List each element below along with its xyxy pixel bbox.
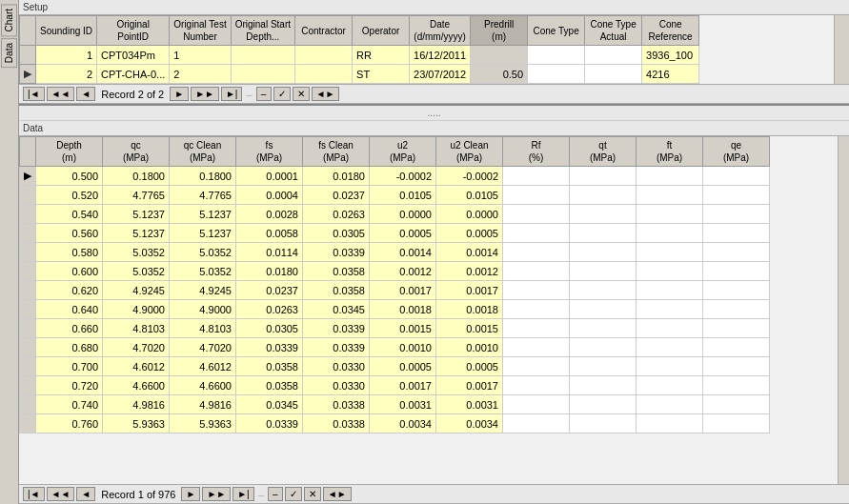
data-cell[interactable]: 4.7765 xyxy=(170,186,236,205)
data-cell[interactable] xyxy=(503,186,570,205)
data-nav-close[interactable]: ✕ xyxy=(304,487,321,501)
data-cell[interactable] xyxy=(503,281,570,300)
data-cell[interactable]: -0.0002 xyxy=(436,167,503,186)
setup-start-depth-2[interactable] xyxy=(231,65,294,84)
setup-operator-1[interactable]: RR xyxy=(353,46,410,65)
data-cell[interactable] xyxy=(503,300,570,319)
data-cell[interactable]: -0.0002 xyxy=(370,167,436,186)
data-cell[interactable] xyxy=(503,376,570,395)
data-cell[interactable]: 0.0005 xyxy=(436,357,503,376)
setup-cone-type-1[interactable] xyxy=(528,46,585,65)
data-tab[interactable]: Data xyxy=(1,38,17,68)
data-cell[interactable] xyxy=(637,319,703,338)
data-cell[interactable] xyxy=(637,300,703,319)
data-cell[interactable] xyxy=(637,205,703,224)
data-cell[interactable]: 0.0345 xyxy=(303,300,370,319)
setup-nav-arrows[interactable]: ◄► xyxy=(312,87,340,101)
setup-nav-minus[interactable]: – xyxy=(256,87,272,101)
data-cell[interactable]: 5.1237 xyxy=(170,205,236,224)
data-cell[interactable]: 5.0352 xyxy=(170,262,236,281)
setup-nav-last[interactable]: ►| xyxy=(221,87,243,101)
data-nav-next[interactable]: ► xyxy=(181,487,200,501)
data-nav-arrows[interactable]: ◄► xyxy=(323,487,352,501)
data-cell[interactable]: 0.540 xyxy=(36,205,103,224)
data-cell[interactable]: 0.0358 xyxy=(303,281,370,300)
data-cell[interactable]: 0.0339 xyxy=(236,414,303,433)
setup-test-num-1[interactable]: 1 xyxy=(170,46,231,65)
data-cell[interactable]: 4.6012 xyxy=(170,357,236,376)
data-cell[interactable] xyxy=(703,243,770,262)
setup-point-id-2[interactable]: CPT-CHA-0... xyxy=(97,65,170,84)
data-cell[interactable] xyxy=(570,224,637,243)
data-cell[interactable]: 0.0012 xyxy=(370,262,436,281)
setup-predrill-2[interactable]: 0.50 xyxy=(471,65,528,84)
data-cell[interactable]: 0.0031 xyxy=(370,395,436,414)
data-cell[interactable]: 0.760 xyxy=(36,414,103,433)
data-cell[interactable]: 0.0017 xyxy=(370,376,436,395)
data-cell[interactable] xyxy=(503,357,570,376)
data-cell[interactable]: 0.640 xyxy=(36,300,103,319)
data-cell[interactable]: 0.0017 xyxy=(436,281,503,300)
setup-date-1[interactable]: 16/12/2011 xyxy=(410,46,471,65)
data-cell[interactable] xyxy=(703,357,770,376)
data-cell[interactable]: 0.0005 xyxy=(436,224,503,243)
data-cell[interactable] xyxy=(637,243,703,262)
data-cell[interactable]: 0.0004 xyxy=(236,186,303,205)
data-cell[interactable] xyxy=(503,167,570,186)
data-cell[interactable]: 4.6600 xyxy=(103,376,170,395)
data-cell[interactable]: 4.8103 xyxy=(170,319,236,338)
data-cell[interactable] xyxy=(503,395,570,414)
data-cell[interactable] xyxy=(637,357,703,376)
data-cell[interactable]: 0.0010 xyxy=(436,338,503,357)
data-cell[interactable]: 0.0263 xyxy=(303,205,370,224)
data-cell[interactable]: 0.0263 xyxy=(236,300,303,319)
setup-cone-type-actual-2[interactable] xyxy=(585,65,642,84)
data-cell[interactable]: 0.0001 xyxy=(236,167,303,186)
data-cell[interactable] xyxy=(703,224,770,243)
data-cell[interactable]: 0.0180 xyxy=(236,262,303,281)
data-cell[interactable] xyxy=(570,357,637,376)
data-nav-first[interactable]: |◄ xyxy=(23,487,45,501)
setup-start-depth-1[interactable] xyxy=(231,46,294,65)
data-cell[interactable] xyxy=(637,281,703,300)
data-cell[interactable] xyxy=(637,262,703,281)
data-cell[interactable] xyxy=(503,414,570,433)
setup-cone-type-2[interactable] xyxy=(528,65,585,84)
data-cell[interactable]: 5.1237 xyxy=(103,205,170,224)
data-cell[interactable] xyxy=(503,262,570,281)
data-cell[interactable]: 0.0305 xyxy=(236,319,303,338)
data-cell[interactable] xyxy=(570,376,637,395)
data-cell[interactable] xyxy=(570,414,637,433)
setup-test-num-2[interactable]: 2 xyxy=(170,65,231,84)
setup-nav-next-page[interactable]: ►► xyxy=(191,87,219,101)
data-nav-check[interactable]: ✓ xyxy=(285,487,302,501)
data-cell[interactable] xyxy=(570,300,637,319)
data-cell[interactable] xyxy=(637,167,703,186)
data-cell[interactable]: 0.0338 xyxy=(303,395,370,414)
data-cell[interactable] xyxy=(570,243,637,262)
setup-nav-close[interactable]: ✕ xyxy=(293,87,310,101)
data-cell[interactable] xyxy=(703,414,770,433)
data-cell[interactable] xyxy=(703,167,770,186)
setup-date-2[interactable]: 23/07/2012 xyxy=(410,65,471,84)
data-cell[interactable] xyxy=(703,262,770,281)
data-cell[interactable] xyxy=(703,395,770,414)
data-cell[interactable]: 0.0105 xyxy=(370,186,436,205)
data-cell[interactable] xyxy=(503,205,570,224)
data-cell[interactable]: 0.700 xyxy=(36,357,103,376)
data-cell[interactable]: 0.0114 xyxy=(236,243,303,262)
data-cell[interactable] xyxy=(570,205,637,224)
data-cell[interactable]: 0.580 xyxy=(36,243,103,262)
data-cell[interactable]: 0.0330 xyxy=(303,376,370,395)
data-cell[interactable] xyxy=(637,395,703,414)
data-cell[interactable]: 0.0005 xyxy=(370,357,436,376)
data-cell[interactable]: 4.6012 xyxy=(103,357,170,376)
data-cell[interactable]: 0.0031 xyxy=(436,395,503,414)
data-cell[interactable]: 0.0345 xyxy=(236,395,303,414)
setup-predrill-1[interactable] xyxy=(471,46,528,65)
setup-point-id-1[interactable]: CPT034Pm xyxy=(97,46,170,65)
data-cell[interactable]: 0.0338 xyxy=(303,414,370,433)
data-cell[interactable]: 0.620 xyxy=(36,281,103,300)
data-nav-last[interactable]: ►| xyxy=(232,487,254,501)
data-cell[interactable] xyxy=(570,338,637,357)
